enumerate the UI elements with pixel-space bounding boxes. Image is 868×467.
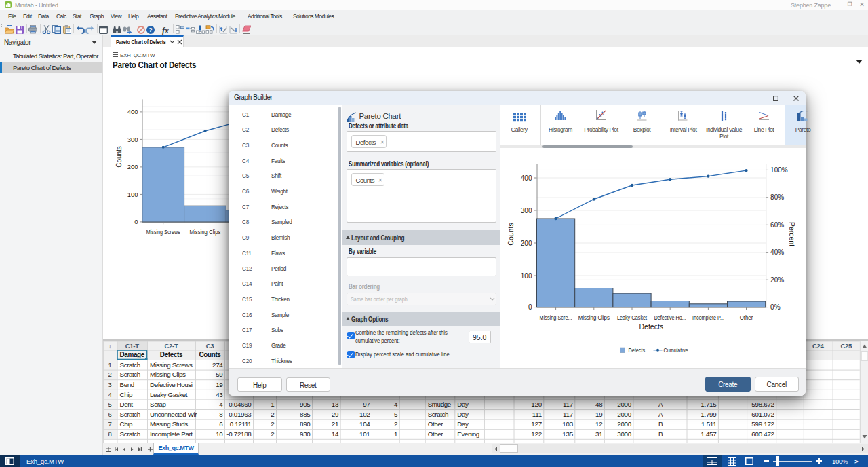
svg-text:Missing Screws: Missing Screws <box>150 361 193 369</box>
svg-text:101: 101 <box>359 430 370 438</box>
svg-text:-0.72188: -0.72188 <box>226 430 252 438</box>
svg-text:1.715: 1.715 <box>701 400 717 408</box>
svg-text:127: 127 <box>531 420 541 428</box>
svg-text:8: 8 <box>108 430 112 438</box>
svg-text:C25: C25 <box>840 342 852 350</box>
svg-text:8: 8 <box>219 411 223 418</box>
svg-text:Percent: Percent <box>788 222 796 246</box>
svg-text:21: 21 <box>332 420 338 428</box>
svg-text:Scrap: Scrap <box>150 400 167 408</box>
svg-text:Incomplete P...: Incomplete P... <box>692 314 724 321</box>
svg-text:1.511: 1.511 <box>701 420 716 428</box>
svg-text:598.672: 598.672 <box>751 400 774 408</box>
svg-text:Dent: Dent <box>120 400 134 408</box>
svg-text:2: 2 <box>271 411 274 418</box>
svg-text:200: 200 <box>521 240 532 247</box>
svg-text:4: 4 <box>108 391 112 398</box>
svg-text:Leaky Gasket: Leaky Gasket <box>617 314 647 321</box>
svg-text:930: 930 <box>300 430 311 438</box>
svg-text:2: 2 <box>271 430 274 438</box>
svg-text:29: 29 <box>332 411 338 418</box>
svg-text:400: 400 <box>521 174 532 182</box>
svg-text:103: 103 <box>562 420 573 428</box>
svg-text:905: 905 <box>300 400 311 408</box>
svg-text:6: 6 <box>219 420 223 428</box>
svg-text:Other: Other <box>740 314 753 321</box>
svg-text:200: 200 <box>127 163 138 170</box>
svg-text:60%: 60% <box>770 221 784 229</box>
svg-text:2: 2 <box>271 420 274 428</box>
svg-text:Counts: Counts <box>507 223 515 245</box>
svg-text:4: 4 <box>394 400 398 408</box>
svg-text:43: 43 <box>216 391 223 398</box>
svg-text:Counts: Counts <box>199 351 221 358</box>
svg-text:300: 300 <box>521 207 532 214</box>
svg-text:1: 1 <box>271 400 274 408</box>
svg-text:Missing Scre...: Missing Scre... <box>540 314 572 321</box>
svg-text:890: 890 <box>300 420 311 428</box>
svg-text:Defects: Defects <box>639 322 663 331</box>
svg-text:0%: 0% <box>770 303 781 311</box>
svg-text:Other: Other <box>428 430 444 438</box>
svg-text:Day: Day <box>457 400 469 408</box>
svg-text:111: 111 <box>532 411 542 418</box>
svg-text:Missing Clips: Missing Clips <box>578 314 610 321</box>
svg-text:Missing Clips: Missing Clips <box>150 371 186 378</box>
svg-text:Chip: Chip <box>120 391 134 398</box>
svg-text:0: 0 <box>528 303 532 311</box>
svg-text:1.457: 1.457 <box>701 430 716 438</box>
svg-text:Chip: Chip <box>120 420 134 428</box>
svg-text:0.04660: 0.04660 <box>229 400 252 408</box>
svg-text:C24: C24 <box>812 342 825 350</box>
svg-text:Evening: Evening <box>457 430 479 438</box>
svg-text:100: 100 <box>521 272 532 280</box>
svg-text:Incomplete Part: Incomplete Part <box>150 430 193 438</box>
svg-text:599.172: 599.172 <box>751 420 774 428</box>
svg-text:-0.01963: -0.01963 <box>226 411 252 418</box>
svg-text:122: 122 <box>531 430 541 438</box>
svg-text:C3: C3 <box>206 342 214 350</box>
svg-text:59: 59 <box>216 371 222 378</box>
svg-text:12: 12 <box>595 420 602 428</box>
svg-text:Day: Day <box>457 420 469 428</box>
svg-text:7: 7 <box>108 420 112 428</box>
svg-text:3000: 3000 <box>617 430 631 438</box>
svg-text:Missing Studs: Missing Studs <box>150 420 188 428</box>
svg-text:Other: Other <box>428 420 444 428</box>
svg-text:601.072: 601.072 <box>751 411 774 418</box>
svg-text:Damage: Damage <box>119 351 144 358</box>
svg-text:C1-T: C1-T <box>125 342 139 350</box>
svg-text:Bend: Bend <box>120 381 134 388</box>
svg-text:C2-T: C2-T <box>165 342 178 350</box>
svg-text:2: 2 <box>394 420 397 428</box>
svg-text:Defective Ho...: Defective Ho... <box>654 314 686 321</box>
svg-text:Defects: Defects <box>160 351 183 358</box>
svg-text:Counts: Counts <box>115 146 123 168</box>
svg-text:31: 31 <box>595 430 602 438</box>
svg-text:20%: 20% <box>770 276 784 284</box>
svg-text:Unconnected Wir: Unconnected Wir <box>150 411 197 418</box>
svg-text:885: 885 <box>300 411 311 418</box>
svg-text:5: 5 <box>108 400 112 408</box>
svg-text:1.799: 1.799 <box>701 411 716 418</box>
svg-text:?: ? <box>149 26 153 33</box>
svg-text:Smudge: Smudge <box>428 400 452 408</box>
svg-text:117: 117 <box>563 411 573 418</box>
svg-text:100%: 100% <box>770 166 788 174</box>
svg-text:6: 6 <box>108 411 112 418</box>
svg-text:Scratch: Scratch <box>120 361 140 369</box>
svg-text:120: 120 <box>531 400 542 408</box>
svg-text:0.12111: 0.12111 <box>230 420 252 428</box>
svg-text:B: B <box>658 420 663 428</box>
svg-text:A: A <box>658 411 663 418</box>
svg-text:10: 10 <box>216 430 223 438</box>
svg-text:Scratch: Scratch <box>428 411 448 418</box>
svg-text:117: 117 <box>563 400 573 408</box>
svg-text:Scratch: Scratch <box>120 371 140 378</box>
svg-text:A: A <box>658 400 663 408</box>
svg-text:1: 1 <box>108 361 112 369</box>
svg-text:B: B <box>658 430 663 438</box>
svg-text:Day: Day <box>457 411 469 418</box>
svg-text:100: 100 <box>127 191 138 198</box>
svg-text:135: 135 <box>562 430 573 438</box>
